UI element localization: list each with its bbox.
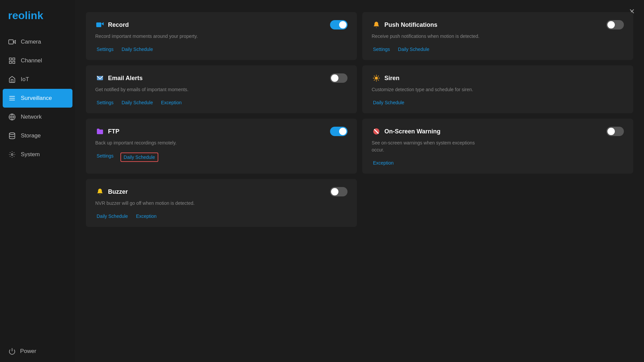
siren-title: Siren	[384, 75, 399, 82]
push-notifications-desc: Receive push notifications when motion i…	[372, 33, 486, 40]
on-screen-warning-exception-link[interactable]: Exception	[372, 160, 395, 166]
email-alerts-card: Email Alerts Get notified by emails of i…	[86, 65, 357, 113]
siren-title-row: Siren	[372, 73, 399, 83]
sidebar-item-iot-label: IoT	[21, 76, 29, 83]
buzzer-daily-schedule-link[interactable]: Daily Schedule	[95, 213, 129, 220]
sidebar-item-camera-label: Camera	[21, 39, 41, 45]
email-alerts-toggle-knob	[331, 74, 338, 82]
on-screen-warning-card: On-Screen Warning See on-screen warnings…	[362, 119, 633, 174]
on-screen-warning-title: On-Screen Warning	[384, 128, 440, 135]
record-desc: Record important moments around your pro…	[95, 33, 209, 40]
ftp-title: FTP	[108, 128, 119, 135]
ftp-daily-schedule-link[interactable]: Daily Schedule	[120, 153, 158, 162]
on-screen-warning-desc: See on-screen warnings when system excep…	[372, 139, 486, 154]
push-notifications-icon	[372, 20, 381, 29]
siren-daily-schedule-link[interactable]: Daily Schedule	[372, 99, 406, 106]
nav-menu: Camera Channel IoT	[0, 33, 75, 341]
sidebar-item-network-label: Network	[21, 114, 42, 120]
power-icon	[8, 347, 16, 355]
email-alerts-toggle[interactable]	[330, 73, 347, 83]
siren-desc: Customize detection type and schedule fo…	[372, 86, 486, 93]
ftp-toggle[interactable]	[330, 127, 347, 136]
push-notifications-toggle[interactable]	[606, 20, 624, 29]
buzzer-toggle[interactable]	[330, 187, 347, 196]
on-screen-warning-toggle[interactable]	[606, 127, 624, 136]
sidebar-item-channel-label: Channel	[21, 57, 42, 64]
svg-rect-3	[9, 61, 11, 63]
ftp-settings-link[interactable]: Settings	[95, 153, 115, 162]
sidebar-item-surveillance[interactable]: Surveillance	[3, 89, 72, 108]
email-alerts-links: Settings Daily Schedule Exception	[95, 99, 347, 106]
ftp-title-row: FTP	[95, 127, 119, 136]
svg-rect-4	[13, 61, 15, 63]
record-title-row: Record	[95, 20, 129, 29]
ftp-desc: Back up important recordings remotely.	[95, 139, 209, 146]
buzzer-icon	[95, 187, 105, 196]
ftp-toggle-knob	[339, 128, 346, 135]
power-button[interactable]: Power	[0, 341, 75, 362]
record-icon	[95, 20, 105, 29]
channel-icon	[8, 57, 16, 65]
buzzer-exception-link[interactable]: Exception	[135, 213, 158, 220]
iot-icon	[8, 75, 16, 83]
push-notifications-title: Push Notifications	[384, 21, 437, 28]
sidebar-item-surveillance-label: Surveillance	[21, 95, 52, 102]
ftp-links: Settings Daily Schedule	[95, 153, 347, 162]
surveillance-icon	[8, 94, 16, 102]
push-notifications-daily-schedule-link[interactable]: Daily Schedule	[397, 46, 431, 53]
email-alerts-title: Email Alerts	[108, 75, 143, 82]
record-daily-schedule-link[interactable]: Daily Schedule	[120, 46, 154, 53]
buzzer-desc: NVR buzzer will go off when motion is de…	[95, 200, 209, 207]
push-notifications-header: Push Notifications	[372, 20, 624, 29]
buzzer-card: Buzzer NVR buzzer will go off when motio…	[86, 179, 357, 227]
power-label: Power	[20, 348, 36, 355]
push-notifications-title-row: Push Notifications	[372, 20, 437, 29]
push-notifications-links: Settings Daily Schedule	[372, 46, 624, 53]
ftp-icon	[95, 127, 105, 136]
on-screen-warning-links: Exception	[372, 160, 624, 166]
sidebar-item-system-label: System	[21, 151, 40, 158]
siren-links: Daily Schedule	[372, 99, 624, 106]
record-card-header: Record	[95, 20, 347, 29]
buzzer-links: Daily Schedule Exception	[95, 213, 347, 220]
buzzer-toggle-knob	[331, 188, 338, 195]
email-alerts-daily-schedule-link[interactable]: Daily Schedule	[120, 99, 154, 106]
email-alerts-icon	[95, 73, 105, 83]
email-alerts-header: Email Alerts	[95, 73, 347, 83]
camera-icon	[8, 38, 16, 46]
record-card: Record Record important moments around y…	[86, 12, 357, 60]
ftp-header: FTP	[95, 127, 347, 136]
on-screen-warning-toggle-knob	[607, 128, 615, 135]
ftp-card: FTP Back up important recordings remotel…	[86, 119, 357, 174]
sidebar-item-system[interactable]: System	[0, 145, 75, 164]
svg-rect-0	[9, 40, 13, 44]
on-screen-warning-header: On-Screen Warning	[372, 127, 624, 136]
sidebar-item-channel[interactable]: Channel	[0, 51, 75, 70]
siren-header: Siren	[372, 73, 624, 83]
reolink-logo: reolink	[8, 9, 67, 22]
system-icon	[8, 150, 16, 159]
email-alerts-title-row: Email Alerts	[95, 73, 143, 83]
sidebar-item-storage-label: Storage	[21, 132, 41, 139]
svg-rect-1	[9, 58, 11, 60]
sidebar-item-network[interactable]: Network	[0, 108, 75, 126]
sidebar-item-camera[interactable]: Camera	[0, 33, 75, 51]
sidebar-item-storage[interactable]: Storage	[0, 126, 75, 145]
email-alerts-settings-link[interactable]: Settings	[95, 99, 115, 106]
record-toggle-knob	[339, 21, 346, 28]
record-settings-link[interactable]: Settings	[95, 46, 115, 53]
record-toggle[interactable]	[330, 20, 347, 29]
sidebar-item-iot[interactable]: IoT	[0, 70, 75, 89]
on-screen-warning-title-row: On-Screen Warning	[372, 127, 440, 136]
push-notifications-toggle-knob	[607, 21, 615, 28]
on-screen-warning-icon	[372, 127, 381, 136]
email-alerts-exception-link[interactable]: Exception	[160, 99, 183, 106]
siren-card: Siren Customize detection type and sched…	[362, 65, 633, 113]
storage-icon	[8, 132, 16, 140]
push-notifications-settings-link[interactable]: Settings	[372, 46, 391, 53]
main-content: × Record Record important mome	[75, 0, 644, 362]
svg-point-15	[375, 76, 378, 79]
buzzer-title-row: Buzzer	[95, 187, 128, 196]
svg-point-10	[9, 133, 15, 135]
record-links: Settings Daily Schedule	[95, 46, 347, 53]
